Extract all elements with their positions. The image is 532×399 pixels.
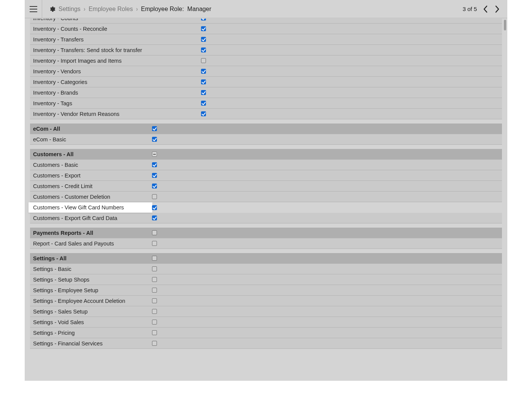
permission-row[interactable]: Customers - View Gift Card Numbers	[28, 202, 152, 213]
permission-checkbox[interactable]	[152, 230, 157, 235]
permission-row[interactable]: Report - Card Sales and Payouts	[30, 238, 502, 249]
permission-checkbox[interactable]	[152, 341, 157, 346]
permission-row[interactable]: Inventory - Counts - Reconcile	[30, 24, 502, 34]
permission-group-header[interactable]: Settings - All	[30, 253, 502, 264]
permission-label: Settings - Employee Account Deletion	[30, 298, 125, 304]
permission-label: Inventory - Transfers	[30, 36, 84, 43]
permission-label: Inventory - Vendors	[30, 68, 81, 74]
permission-row[interactable]: Inventory - Brands	[30, 87, 502, 98]
permission-label: Settings - Pricing	[30, 330, 75, 336]
checkbox-slot	[152, 266, 157, 271]
pager-prev-button[interactable]	[481, 4, 491, 14]
permission-checkbox[interactable]	[152, 288, 157, 293]
permission-checkbox[interactable]	[152, 152, 157, 157]
scrollbar-thumb[interactable]	[504, 20, 506, 30]
permission-checkbox[interactable]	[152, 266, 157, 271]
permission-label: Inventory - Counts - Reconcile	[30, 26, 107, 32]
checkbox-slot	[152, 205, 157, 210]
permission-checkbox[interactable]	[152, 205, 157, 210]
permission-group-header[interactable]: Payments Reports - All	[30, 228, 502, 238]
permission-label: Settings - Basic	[30, 266, 71, 272]
checkbox-slot	[152, 126, 157, 131]
chevron-right-icon: ›	[84, 6, 86, 13]
permission-checkbox[interactable]	[201, 79, 206, 84]
permission-checkbox[interactable]	[152, 330, 157, 335]
permission-label: Inventory - Import Images and Items	[30, 58, 122, 64]
checkbox-slot	[201, 79, 206, 84]
permission-row[interactable]: Customers - Export Gift Card Data	[30, 213, 502, 223]
permission-row[interactable]: Inventory - Tags	[30, 98, 502, 109]
permission-checkbox[interactable]	[152, 298, 157, 303]
checkbox-slot	[201, 111, 206, 116]
permission-label: Customers - Credit Limit	[30, 183, 92, 189]
chevron-right-icon: ›	[136, 6, 138, 13]
permission-row[interactable]: Settings - Basic	[30, 264, 502, 274]
checkbox-slot	[152, 137, 157, 142]
gear-icon[interactable]	[44, 6, 60, 13]
permission-row[interactable]: Settings - Setup Shops	[30, 274, 502, 285]
permission-row[interactable]: Inventory - Import Images and Items	[30, 55, 502, 66]
permission-group-header[interactable]: Customers - All	[30, 149, 502, 160]
permission-checkbox[interactable]	[152, 126, 157, 131]
permission-label: Customers - Export Gift Card Data	[30, 215, 117, 221]
permission-group-header[interactable]: eCom - All	[30, 124, 502, 134]
checkbox-slot	[201, 90, 206, 95]
permission-checkbox[interactable]	[152, 184, 157, 188]
permission-checkbox[interactable]	[201, 69, 206, 74]
permission-checkbox[interactable]	[201, 37, 206, 42]
checkbox-slot	[201, 101, 206, 106]
permission-label: Settings - Financial Services	[30, 340, 103, 347]
permission-row[interactable]: Inventory - Transfers: Send stock for tr…	[30, 45, 502, 55]
permission-row[interactable]: Inventory - Transfers	[30, 34, 502, 45]
pager-next-button[interactable]	[492, 4, 502, 14]
permission-row[interactable]: Customers - Customer Deletion	[30, 192, 502, 202]
permission-checkbox[interactable]	[201, 90, 206, 95]
menu-icon[interactable]	[25, 0, 42, 18]
permission-checkbox[interactable]	[201, 19, 206, 21]
permission-row[interactable]: Settings - Financial Services	[30, 338, 502, 349]
checkbox-slot	[152, 162, 157, 167]
permission-row[interactable]: eCom - Basic	[30, 134, 502, 145]
permission-checkbox[interactable]	[152, 256, 157, 261]
checkbox-slot	[152, 277, 157, 282]
permission-label: Inventory - Transfers: Send stock for tr…	[30, 47, 142, 53]
permission-label: Customers - Basic	[30, 162, 78, 168]
checkbox-slot	[152, 241, 157, 246]
permission-checkbox[interactable]	[152, 194, 157, 199]
permission-row[interactable]: Settings - Employee Setup	[30, 285, 502, 296]
checkbox-slot	[201, 69, 206, 74]
permission-checkbox[interactable]	[152, 241, 157, 246]
permission-checkbox[interactable]	[152, 309, 157, 314]
permission-checkbox[interactable]	[152, 173, 157, 178]
permission-label: Inventory - Tags	[30, 100, 72, 106]
breadcrumb-employee-roles[interactable]: Employee Roles	[89, 6, 133, 13]
permission-row[interactable]: Customers - Export	[30, 170, 502, 181]
permission-checkbox[interactable]	[201, 48, 206, 52]
checkbox-slot	[152, 152, 157, 157]
permission-checkbox[interactable]	[152, 277, 157, 282]
permission-row[interactable]: Settings - Pricing	[30, 328, 502, 338]
permission-row[interactable]: Customers - Credit Limit	[30, 181, 502, 192]
checkbox-slot	[201, 37, 206, 42]
checkbox-slot	[152, 194, 157, 199]
permission-row[interactable]: Settings - Employee Account Deletion	[30, 296, 502, 306]
checkbox-slot	[201, 58, 206, 63]
permission-checkbox[interactable]	[152, 162, 157, 167]
permission-row[interactable]: Inventory - Vendor Return Reasons	[30, 109, 502, 119]
checkbox-slot	[201, 19, 206, 21]
permission-checkbox[interactable]	[152, 137, 157, 142]
permission-row[interactable]: Settings - Sales Setup	[30, 306, 502, 317]
permission-checkbox[interactable]	[201, 26, 206, 31]
checkbox-slot	[152, 184, 157, 188]
permission-row[interactable]: Customers - Basic	[30, 160, 502, 170]
permission-checkbox[interactable]	[201, 111, 206, 116]
permission-checkbox[interactable]	[201, 58, 206, 63]
permission-checkbox[interactable]	[152, 320, 157, 325]
permission-row[interactable]: Inventory - Categories	[30, 77, 502, 87]
permission-row[interactable]: Inventory - Counts	[30, 19, 502, 24]
permission-checkbox[interactable]	[152, 215, 157, 220]
permission-checkbox[interactable]	[201, 101, 206, 106]
permission-row[interactable]: Settings - Void Sales	[30, 317, 502, 328]
permission-row[interactable]: Inventory - Vendors	[30, 66, 502, 77]
breadcrumb-settings[interactable]: Settings	[59, 6, 81, 13]
